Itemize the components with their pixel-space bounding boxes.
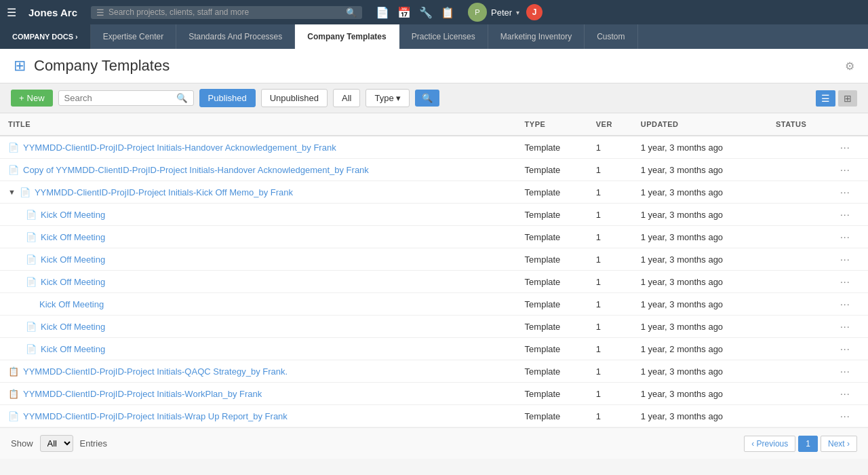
search-submit-icon[interactable]: 🔍: [346, 7, 357, 18]
updated-cell: 1 year, 3 months ago: [633, 316, 768, 338]
more-options-button[interactable]: ···: [840, 343, 850, 354]
template-title-link[interactable]: YYMMDD-ClientID-ProjID-Project Initials-…: [23, 366, 288, 377]
next-button[interactable]: Next ›: [821, 436, 857, 452]
col-type: TYPE: [517, 113, 588, 136]
search-box[interactable]: 🔍: [58, 90, 194, 106]
actions-cell: ···: [832, 360, 868, 383]
more-options-button[interactable]: ···: [840, 276, 850, 287]
global-search-input[interactable]: [108, 7, 346, 17]
more-options-button[interactable]: ···: [840, 142, 850, 153]
expand-icon[interactable]: ▼: [8, 188, 16, 196]
secondary-nav: COMPANY DOCS › Expertise Center Standard…: [0, 24, 868, 49]
settings-icon[interactable]: ⚙: [845, 60, 854, 73]
ver-cell: 1: [588, 316, 633, 338]
table-row: 📄Copy of YYMMDD-ClientID-ProjID-Project …: [0, 159, 868, 181]
ver-cell: 1: [588, 338, 633, 360]
new-button[interactable]: + New: [11, 90, 53, 107]
filter-type-button[interactable]: Type ▾: [366, 89, 410, 107]
status-cell: [768, 204, 832, 226]
table-row: 📄YYMMDD-ClientID-ProjID-Project Initials…: [0, 405, 868, 428]
template-title-link[interactable]: Kick Off Meeting: [41, 322, 105, 332]
ver-cell: 1: [588, 405, 633, 428]
template-title-link[interactable]: YYMMDD-ClientID-ProjID-Project Initials-…: [35, 187, 293, 197]
user-dropdown-icon[interactable]: ▾: [516, 9, 519, 16]
nav-item-marketing-inventory[interactable]: Marketing Inventory: [488, 24, 585, 49]
nav-item-company-templates[interactable]: Company Templates: [295, 24, 399, 49]
more-options-button[interactable]: ···: [840, 321, 850, 332]
user-area[interactable]: P Peter ▾: [468, 3, 519, 22]
status-cell: [768, 405, 832, 428]
actions-cell: ···: [832, 136, 868, 159]
docs-icon[interactable]: 📄: [376, 6, 389, 19]
entries-select[interactable]: All 10 25 50: [40, 435, 73, 452]
grid-view-button[interactable]: ⊞: [838, 90, 857, 107]
actions-cell: ···: [832, 204, 868, 226]
more-options-button[interactable]: ···: [840, 254, 850, 265]
template-title-link[interactable]: YYMMDD-ClientID-ProjID-Project Initials-…: [23, 411, 288, 421]
avatar: P: [468, 3, 487, 22]
table-container: TITLE TYPE VER UPDATED STATUS 📄YYMMDD-Cl…: [0, 113, 868, 428]
tools-icon[interactable]: 🔧: [419, 6, 433, 19]
nav-item-custom[interactable]: Custom: [585, 24, 637, 49]
file-icon: 📋: [8, 366, 19, 377]
template-title-link[interactable]: Kick Off Meeting: [39, 299, 104, 309]
filter-search-button[interactable]: 🔍: [415, 90, 439, 107]
nav-item-expertise-center[interactable]: Expertise Center: [91, 24, 176, 49]
global-search-bar[interactable]: ☰ 🔍: [91, 6, 362, 19]
more-options-button[interactable]: ···: [840, 164, 850, 175]
type-cell: Template: [517, 226, 588, 248]
file-icon: 📄: [26, 344, 37, 354]
show-label: Show: [11, 438, 33, 449]
tasks-icon[interactable]: 📋: [441, 6, 454, 19]
prev-button[interactable]: ‹ Previous: [744, 436, 795, 452]
nav-item-practice-licenses[interactable]: Practice Licenses: [399, 24, 488, 49]
updated-cell: 1 year, 3 months ago: [633, 159, 768, 181]
template-title-link[interactable]: YYMMDD-ClientID-ProjID-Project Initials-…: [23, 389, 262, 399]
search-input[interactable]: [64, 93, 176, 103]
type-cell: Template: [517, 360, 588, 383]
nav-item-standards-and-processes[interactable]: Standards And Processes: [176, 24, 295, 49]
page-icon: ⊞: [14, 57, 26, 75]
template-title-link[interactable]: Copy of YYMMDD-ClientID-ProjID-Project I…: [23, 165, 369, 175]
more-options-button[interactable]: ···: [840, 231, 850, 242]
status-cell: [768, 360, 832, 383]
menu-icon[interactable]: ☰: [7, 6, 16, 19]
calendar-icon[interactable]: 📅: [397, 6, 411, 19]
file-icon: 📄: [20, 187, 31, 197]
template-title-link[interactable]: Kick Off Meeting: [41, 210, 105, 220]
search-icon: ☰: [96, 7, 104, 18]
more-options-button[interactable]: ···: [840, 209, 850, 220]
templates-table: TITLE TYPE VER UPDATED STATUS 📄YYMMDD-Cl…: [0, 113, 868, 428]
new-button-label: New: [27, 93, 45, 103]
pagination: ‹ Previous 1 Next ›: [744, 436, 857, 452]
filter-all-button[interactable]: All: [333, 89, 360, 107]
template-title-link[interactable]: YYMMDD-ClientID-ProjID-Project Initials-…: [23, 142, 336, 153]
file-icon: 📄: [8, 142, 19, 153]
notification-icon[interactable]: J: [526, 4, 542, 20]
nav-item-company-docs[interactable]: COMPANY DOCS ›: [0, 24, 91, 49]
updated-cell: 1 year, 3 months ago: [633, 226, 768, 248]
template-title-link[interactable]: Kick Off Meeting: [41, 254, 105, 265]
col-ver: VER: [588, 113, 633, 136]
template-title-link[interactable]: Kick Off Meeting: [41, 344, 105, 354]
template-title-link[interactable]: Kick Off Meeting: [41, 277, 105, 287]
updated-cell: 1 year, 3 months ago: [633, 293, 768, 316]
template-title-link[interactable]: Kick Off Meeting: [41, 232, 105, 242]
search-button[interactable]: 🔍: [176, 93, 188, 103]
more-options-button[interactable]: ···: [840, 187, 850, 197]
more-options-button[interactable]: ···: [840, 388, 850, 399]
ver-cell: 1: [588, 226, 633, 248]
actions-cell: ···: [832, 226, 868, 248]
filter-published-button[interactable]: Published: [199, 89, 256, 107]
filter-unpublished-button[interactable]: Unpublished: [261, 89, 328, 107]
table-row: Kick Off MeetingTemplate11 year, 3 month…: [0, 293, 868, 316]
more-options-button[interactable]: ···: [840, 299, 850, 309]
more-options-button[interactable]: ···: [840, 411, 850, 421]
table-row: 📄Kick Off MeetingTemplate11 year, 3 mont…: [0, 226, 868, 248]
more-options-button[interactable]: ···: [840, 366, 850, 377]
list-view-button[interactable]: ☰: [816, 90, 835, 107]
ver-cell: 1: [588, 271, 633, 293]
table-body: 📄YYMMDD-ClientID-ProjID-Project Initials…: [0, 136, 868, 428]
file-icon: 📄: [8, 411, 19, 421]
page-1-button[interactable]: 1: [798, 436, 818, 452]
